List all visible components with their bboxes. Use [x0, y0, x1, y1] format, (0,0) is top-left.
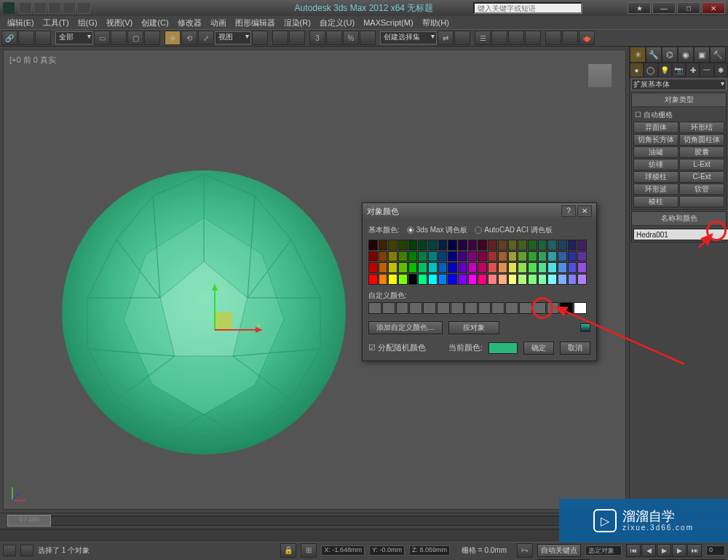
menu-graph[interactable]: 图形编辑器: [231, 16, 280, 30]
palette-swatch[interactable]: [408, 274, 418, 285]
palette-swatch[interactable]: [379, 262, 388, 273]
palette-swatch[interactable]: [538, 251, 547, 262]
current-color-swatch[interactable]: [488, 342, 518, 354]
window-cross-icon[interactable]: [144, 31, 160, 45]
palette-swatch[interactable]: [388, 251, 397, 262]
prev-frame-icon[interactable]: ◀: [641, 544, 656, 557]
palette-swatch[interactable]: [368, 274, 378, 285]
category-dropdown[interactable]: 扩展基本体: [631, 79, 727, 90]
assign-random-checkbox[interactable]: ☑ 分配随机颜色: [368, 342, 426, 353]
percent-snap-icon[interactable]: %: [343, 31, 359, 45]
manip-icon[interactable]: [289, 31, 305, 45]
obj-btn-oiltank[interactable]: 油罐: [633, 146, 678, 158]
menu-group[interactable]: 组(G): [74, 16, 102, 30]
sel-key-dropdown[interactable]: 选定对象: [585, 545, 622, 556]
tab-motion-icon[interactable]: ◉: [678, 47, 694, 63]
palette-swatch[interactable]: [568, 262, 577, 273]
cancel-button[interactable]: 取消: [560, 342, 590, 355]
palette-swatch[interactable]: [379, 240, 388, 251]
help-drop-icon[interactable]: ★: [628, 2, 651, 14]
palette-swatch[interactable]: [577, 240, 587, 251]
obj-btn-spindle[interactable]: 纺锤: [633, 159, 678, 170]
snap-toggle-icon[interactable]: 3: [309, 31, 325, 45]
palette-swatch[interactable]: [518, 240, 527, 251]
palette-swatch[interactable]: [418, 262, 427, 273]
radio-3dsmax-palette[interactable]: 3ds Max 调色板: [407, 225, 468, 235]
custom-swatch[interactable]: [437, 302, 450, 314]
goto-end-icon[interactable]: ⏭: [687, 544, 702, 557]
selection-filter-dropdown[interactable]: 全部: [55, 31, 93, 44]
palette-swatch[interactable]: [528, 274, 537, 285]
palette-swatch[interactable]: [508, 240, 518, 251]
palette-swatch[interactable]: [428, 240, 438, 251]
scale-icon[interactable]: ⤢: [198, 31, 214, 45]
palette-swatch[interactable]: [488, 262, 497, 273]
palette-swatch[interactable]: [368, 251, 378, 262]
palette-swatch[interactable]: [458, 262, 467, 273]
custom-swatch[interactable]: [396, 302, 409, 314]
named-sel-dropdown[interactable]: 创建选择集: [380, 31, 437, 44]
spinner-snap-icon[interactable]: [360, 31, 376, 45]
qat-undo-icon[interactable]: [63, 2, 76, 14]
palette-swatch[interactable]: [458, 240, 467, 251]
custom-swatch[interactable]: [423, 302, 436, 314]
palette-swatch[interactable]: [558, 274, 567, 285]
palette-swatch[interactable]: [577, 262, 587, 273]
palette-swatch[interactable]: [547, 262, 557, 273]
coord-y[interactable]: Y: -0.0mm: [369, 545, 405, 556]
palette-swatch[interactable]: [518, 251, 527, 262]
palette-swatch[interactable]: [379, 274, 388, 285]
palette-swatch[interactable]: [488, 274, 497, 285]
custom-swatch[interactable]: [464, 302, 478, 314]
viewport-label[interactable]: [+0 前 0 真实: [9, 55, 56, 66]
rotate-icon[interactable]: ⟲: [181, 31, 197, 45]
render-icon[interactable]: 🫖: [579, 31, 595, 45]
palette-swatch[interactable]: [398, 240, 408, 251]
subtab-shapes-icon[interactable]: ◯: [644, 63, 657, 77]
palette-swatch[interactable]: [488, 251, 497, 262]
palette-swatch[interactable]: [448, 240, 457, 251]
ok-button[interactable]: 确定: [523, 342, 554, 355]
custom-swatch[interactable]: [409, 302, 422, 314]
palette-swatch[interactable]: [478, 240, 487, 251]
qat-open-icon[interactable]: [33, 2, 47, 14]
tab-utilities-icon[interactable]: 🔨: [710, 47, 726, 63]
palette-swatch[interactable]: [468, 240, 478, 251]
link-icon[interactable]: 🔗: [1, 31, 17, 45]
current-frame-field[interactable]: 0: [706, 545, 725, 556]
subtab-lights-icon[interactable]: 💡: [658, 63, 672, 77]
subtab-space-icon[interactable]: 〰: [700, 63, 713, 77]
obj-btn-lext[interactable]: L-Ext: [679, 159, 724, 170]
palette-swatch[interactable]: [388, 274, 397, 285]
custom-swatch[interactable]: [547, 302, 560, 314]
palette-swatch[interactable]: [478, 262, 487, 273]
palette-swatch[interactable]: [448, 251, 457, 262]
help-search-input[interactable]: [473, 2, 582, 14]
palette-swatch[interactable]: [488, 240, 497, 251]
time-slider-handle[interactable]: 0 / 100: [7, 515, 51, 527]
palette-swatch[interactable]: [558, 251, 567, 262]
unlink-icon[interactable]: [18, 31, 34, 45]
palette-swatch[interactable]: [458, 274, 467, 285]
bind-icon[interactable]: [35, 31, 51, 45]
obj-btn-gengon[interactable]: 球棱柱: [633, 171, 678, 183]
palette-swatch[interactable]: [398, 251, 408, 262]
obj-btn-capsule[interactable]: 胶囊: [679, 146, 724, 158]
render-setup-icon[interactable]: [545, 31, 561, 45]
auto-grid-checkbox[interactable]: ☐ 自动栅格: [633, 109, 724, 122]
palette-swatch[interactable]: [508, 274, 518, 285]
add-custom-button[interactable]: 添加自定义颜色…: [368, 321, 443, 334]
palette-swatch[interactable]: [408, 251, 418, 262]
palette-swatch[interactable]: [568, 274, 577, 285]
layers-icon[interactable]: ☰: [475, 31, 491, 45]
obj-btn-chamfercyl[interactable]: 切角圆柱体: [679, 134, 724, 146]
palette-swatch[interactable]: [418, 274, 427, 285]
goto-start-icon[interactable]: ⏮: [626, 544, 641, 557]
palette-swatch[interactable]: [368, 262, 378, 273]
palette-swatch[interactable]: [379, 251, 388, 262]
custom-swatch[interactable]: [368, 302, 381, 314]
material-editor-icon[interactable]: [525, 31, 541, 45]
palette-swatch[interactable]: [448, 274, 457, 285]
palette-swatch[interactable]: [428, 262, 438, 273]
dialog-help-button[interactable]: ?: [561, 205, 576, 217]
